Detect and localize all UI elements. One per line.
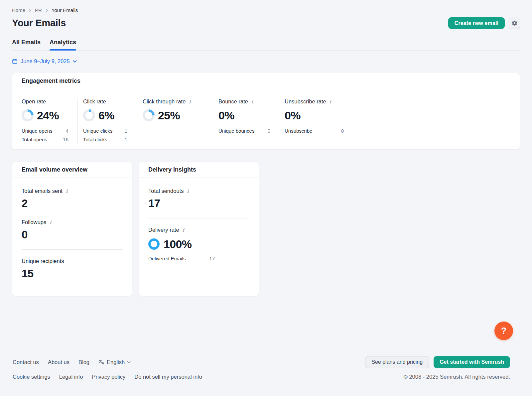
metric-open-rate: Open rate 24% Unique opens 4 Total opens (22, 98, 78, 144)
delivered-emails-label: Delivered Emails (148, 256, 186, 261)
your-emails-page: Home PR Your Emails Your Emails Create n… (0, 0, 532, 396)
metric-label: Click rate (83, 98, 106, 105)
metric-value: 0% (218, 109, 234, 122)
help-button[interactable]: ? (494, 322, 513, 340)
copyright-text: © 2008 - 2025 Semrush. All rights reserv… (404, 374, 510, 380)
stat-row: Delivered Emails 17 (148, 256, 215, 261)
stat-row: Unique bounces 0 (218, 127, 270, 135)
info-icon[interactable]: i (187, 189, 189, 194)
followups-value: 0 (22, 228, 123, 241)
unique-recipients-value: 15 (22, 267, 123, 280)
total-sendouts-value: 17 (148, 197, 249, 210)
footer-link-legal-info[interactable]: Legal info (59, 374, 83, 380)
metric-click-through-rate: Click through rate i 25% (143, 98, 213, 144)
footer: Contact us About us Blog A (13, 356, 510, 380)
see-plans-button[interactable]: See plans and pricing (365, 356, 429, 368)
language-label: English (107, 359, 125, 365)
divider (22, 249, 123, 250)
metric-unsubscribe-rate: Unsubscribe rate i 0% Unsubscribe 0 (285, 98, 510, 144)
chevron-right-icon (46, 9, 48, 12)
get-started-button[interactable]: Get started with Semrush (434, 356, 510, 368)
metric-label: Open rate (22, 98, 46, 105)
chevron-right-icon (29, 9, 31, 12)
stat-row: Total opens 16 (22, 135, 68, 144)
stat-row: Unique opens 4 (22, 127, 68, 135)
metric-value: 24% (37, 109, 59, 122)
breadcrumb-pr[interactable]: PR (35, 7, 42, 13)
stat-row: Unsubscribe 0 (285, 127, 344, 135)
email-volume-card: Email volume overview Total emails sent … (12, 162, 132, 296)
metric-value: 25% (158, 109, 180, 122)
metric-value: 0% (285, 109, 301, 122)
tab-analytics[interactable]: Analytics (50, 39, 76, 50)
footer-link-cookie-settings[interactable]: Cookie settings (13, 374, 50, 380)
engagement-metrics-card: Engagement metrics Open rate 24% Unique … (12, 73, 520, 150)
engagement-card-title: Engagement metrics (22, 77, 510, 84)
metric-click-rate: Click rate 6% Unique clicks 1 Total clic… (83, 98, 137, 144)
info-icon[interactable]: i (330, 99, 331, 104)
info-icon[interactable]: i (189, 99, 191, 104)
info-icon[interactable]: i (251, 99, 253, 104)
divider (148, 218, 249, 218)
metric-value: 6% (98, 109, 114, 122)
info-icon[interactable]: i (66, 189, 67, 194)
svg-text:A: A (102, 361, 104, 365)
translate-icon: A (98, 359, 104, 365)
delivery-rate-donut (148, 238, 160, 250)
tab-all-emails[interactable]: All Emails (12, 39, 41, 50)
click-rate-donut (83, 109, 95, 121)
delivery-rate-label: Delivery rate (148, 227, 179, 233)
metric-label: Click through rate (143, 98, 186, 105)
settings-button[interactable] (509, 18, 520, 29)
date-range-picker[interactable]: June 9–July 9, 2025 (12, 58, 77, 65)
footer-link-privacy-policy[interactable]: Privacy policy (92, 374, 125, 380)
open-rate-donut (22, 109, 34, 121)
total-sendouts-label: Total sendouts (148, 188, 184, 194)
date-range-label: June 9–July 9, 2025 (21, 58, 70, 65)
email-volume-title: Email volume overview (22, 166, 123, 173)
footer-link-do-not-sell[interactable]: Do not sell my personal info (134, 374, 202, 380)
unique-recipients-label: Unique recipients (22, 258, 64, 264)
delivered-emails-value: 17 (209, 256, 215, 261)
footer-link-blog[interactable]: Blog (78, 359, 89, 365)
language-selector[interactable]: A English (98, 359, 131, 365)
delivery-insights-title: Delivery insights (148, 166, 249, 173)
delivery-insights-card: Delivery insights Total sendouts i 17 De… (139, 162, 259, 296)
gear-icon (511, 20, 518, 26)
footer-link-contact-us[interactable]: Contact us (13, 359, 39, 365)
total-emails-sent-label: Total emails sent (22, 188, 63, 194)
breadcrumb-current: Your Emails (52, 7, 78, 13)
calendar-icon (12, 59, 18, 64)
create-new-email-button[interactable]: Create new email (448, 17, 505, 29)
page-title: Your Emails (12, 18, 66, 29)
stat-row: Total clicks 1 (83, 135, 127, 144)
tabs: All Emails Analytics (12, 39, 520, 51)
footer-link-about-us[interactable]: About us (48, 359, 69, 365)
stat-row: Unique clicks 1 (83, 127, 127, 135)
chevron-down-icon (127, 361, 131, 363)
metric-label: Unsubscribe rate (285, 98, 326, 105)
total-emails-sent-value: 2 (22, 197, 123, 210)
chevron-down-icon (73, 60, 77, 63)
breadcrumb: Home PR Your Emails (12, 0, 520, 13)
metric-label: Bounce rate (218, 98, 248, 105)
info-icon[interactable]: i (50, 220, 51, 225)
followups-label: Followups (22, 219, 46, 225)
metric-bounce-rate: Bounce rate i 0% Unique bounces 0 (218, 98, 279, 144)
breadcrumb-home[interactable]: Home (12, 7, 25, 13)
click-through-rate-donut (143, 109, 155, 121)
delivery-rate-value: 100% (164, 238, 192, 251)
info-icon[interactable]: i (183, 228, 184, 232)
